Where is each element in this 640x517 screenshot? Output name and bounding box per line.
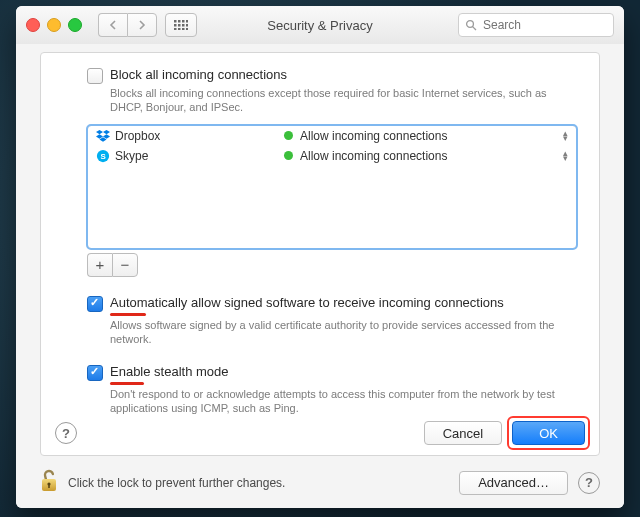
stealth-description: Don't respond to or acknowledge attempts… — [110, 387, 577, 416]
app-status-label: Allow incoming connections — [300, 149, 447, 163]
svg-rect-7 — [186, 24, 188, 27]
add-app-button[interactable]: + — [87, 253, 112, 277]
remove-app-button[interactable]: − — [112, 253, 138, 277]
app-row[interactable]: Dropbox Allow incoming connections ▴▾ — [88, 126, 576, 146]
forward-button[interactable] — [127, 13, 157, 37]
status-dot-icon — [284, 151, 293, 160]
zoom-window-button[interactable] — [68, 18, 82, 32]
stealth-label: Enable stealth mode — [110, 364, 229, 379]
auto-allow-label: Automatically allow signed software to r… — [110, 295, 504, 310]
prefs-window: Security & Privacy Block all incoming co… — [16, 6, 624, 508]
cancel-button[interactable]: Cancel — [424, 421, 502, 445]
close-window-button[interactable] — [26, 18, 40, 32]
stealth-section: Enable stealth mode Don't respond to or … — [41, 364, 599, 416]
svg-text:S: S — [100, 151, 105, 160]
svg-rect-3 — [186, 20, 188, 23]
block-all-label: Block all incoming connections — [110, 67, 287, 82]
stealth-checkbox[interactable] — [87, 365, 103, 381]
status-stepper[interactable]: ▴▾ — [563, 151, 568, 161]
search-icon — [465, 19, 477, 31]
minimize-window-button[interactable] — [47, 18, 61, 32]
block-all-section: Block all incoming connections Blocks al… — [41, 67, 599, 115]
svg-rect-5 — [178, 24, 181, 27]
search-field[interactable] — [458, 13, 614, 37]
traffic-lights — [26, 18, 82, 32]
sheet-footer: ? Cancel OK — [41, 421, 599, 445]
ok-button[interactable]: OK — [512, 421, 585, 445]
svg-rect-0 — [174, 20, 177, 23]
chevron-right-icon — [138, 20, 146, 30]
block-all-checkbox[interactable] — [87, 68, 103, 84]
svg-line-13 — [473, 27, 476, 30]
lock-message: Click the lock to prevent further change… — [68, 476, 285, 490]
svg-rect-10 — [182, 28, 185, 30]
app-name-label: Dropbox — [115, 129, 160, 143]
skype-icon: S — [96, 149, 110, 163]
app-name-label: Skype — [115, 149, 148, 163]
block-all-description: Blocks all incoming connections except t… — [110, 86, 577, 115]
window-body: Block all incoming connections Blocks al… — [16, 44, 624, 508]
application-list[interactable]: Dropbox Allow incoming connections ▴▾ S … — [87, 125, 577, 249]
help-button[interactable]: ? — [55, 422, 77, 444]
svg-rect-9 — [178, 28, 181, 30]
back-button[interactable] — [98, 13, 127, 37]
svg-rect-11 — [186, 28, 188, 30]
unlocked-padlock-icon[interactable] — [40, 469, 60, 496]
show-all-button[interactable] — [165, 13, 197, 37]
svg-rect-2 — [182, 20, 185, 23]
help-button[interactable]: ? — [578, 472, 600, 494]
svg-rect-4 — [174, 24, 177, 27]
annotation-underline — [110, 313, 146, 316]
add-remove-buttons: + − — [87, 253, 599, 277]
svg-rect-8 — [174, 28, 177, 30]
svg-rect-6 — [182, 24, 185, 27]
svg-rect-1 — [178, 20, 181, 23]
status-stepper[interactable]: ▴▾ — [563, 131, 568, 141]
chevron-left-icon — [109, 20, 117, 30]
grid-icon — [174, 20, 188, 30]
status-dot-icon — [284, 131, 293, 140]
auto-allow-description: Allows software signed by a valid certif… — [110, 318, 577, 347]
nav-buttons — [98, 13, 157, 37]
search-input[interactable] — [481, 17, 624, 33]
auto-allow-section: Automatically allow signed software to r… — [41, 295, 599, 347]
svg-point-12 — [467, 21, 474, 28]
app-status-label: Allow incoming connections — [300, 129, 447, 143]
advanced-button[interactable]: Advanced… — [459, 471, 568, 495]
title-bar: Security & Privacy — [16, 6, 624, 45]
app-row[interactable]: S Skype Allow incoming connections ▴▾ — [88, 146, 576, 166]
firewall-options-panel: Block all incoming connections Blocks al… — [40, 52, 600, 456]
auto-allow-checkbox[interactable] — [87, 296, 103, 312]
dropbox-icon — [96, 129, 110, 143]
svg-rect-18 — [48, 484, 50, 488]
lock-row: Click the lock to prevent further change… — [40, 469, 600, 496]
annotation-underline — [110, 382, 144, 385]
